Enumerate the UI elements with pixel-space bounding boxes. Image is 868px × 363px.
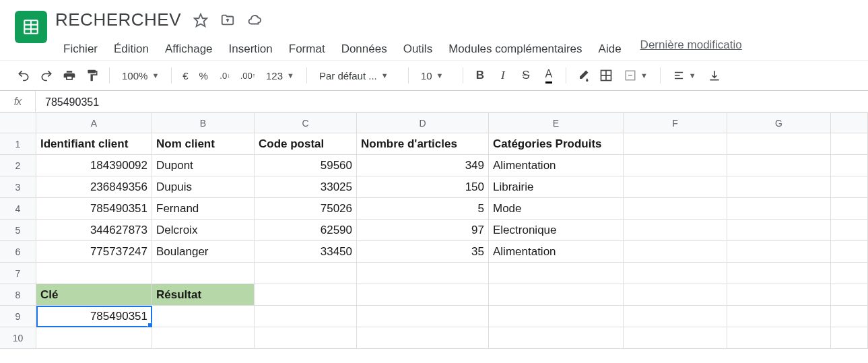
cell[interactable]: 62590 — [255, 220, 357, 241]
cell[interactable]: 35 — [357, 241, 489, 263]
col-header-b[interactable]: B — [152, 113, 255, 133]
decrease-decimal-icon[interactable]: .0↓ — [215, 65, 235, 86]
star-icon[interactable] — [193, 13, 208, 28]
row-header[interactable]: 9 — [0, 306, 36, 327]
cell[interactable]: Alimentation — [489, 155, 624, 176]
cell[interactable]: 150 — [357, 176, 489, 198]
cell[interactable] — [727, 327, 831, 349]
cell[interactable] — [831, 133, 868, 155]
cell[interactable]: 97 — [357, 220, 489, 241]
cell[interactable] — [624, 133, 727, 155]
row-header[interactable]: 10 — [0, 327, 36, 349]
cell[interactable] — [831, 176, 868, 198]
cell[interactable] — [831, 155, 868, 176]
cell[interactable] — [831, 284, 868, 306]
cell[interactable] — [152, 327, 255, 349]
cloud-status-icon[interactable] — [247, 13, 262, 28]
cell[interactable] — [357, 284, 489, 306]
cell[interactable]: Dupont — [152, 155, 255, 176]
menu-edit[interactable]: Édition — [106, 38, 157, 60]
move-folder-icon[interactable] — [220, 13, 235, 28]
row-header[interactable]: 1 — [0, 133, 36, 155]
cell[interactable]: Librairie — [489, 176, 624, 198]
cell[interactable] — [727, 220, 831, 241]
select-all-corner[interactable] — [0, 113, 36, 133]
cell[interactable]: 59560 — [255, 155, 357, 176]
undo-icon[interactable] — [13, 65, 34, 86]
cell[interactable]: Mode — [489, 198, 624, 220]
cell[interactable] — [624, 306, 727, 327]
cell[interactable]: 785490351 — [36, 198, 152, 220]
cell[interactable] — [727, 284, 831, 306]
h-align-select[interactable]: ▼ — [667, 69, 702, 81]
cell[interactable]: Nom client — [152, 133, 255, 155]
row-header[interactable]: 3 — [0, 176, 36, 198]
merge-cells-select[interactable]: ▼ — [619, 69, 653, 81]
cell[interactable] — [489, 284, 624, 306]
cell[interactable]: 5 — [357, 198, 489, 220]
text-color-icon[interactable]: A — [539, 65, 559, 86]
cell[interactable] — [831, 306, 868, 327]
cell[interactable] — [489, 327, 624, 349]
active-cell[interactable]: 785490351 — [36, 306, 152, 327]
cell[interactable]: 75026 — [255, 198, 357, 220]
col-header-d[interactable]: D — [357, 113, 489, 133]
row-header[interactable]: 4 — [0, 198, 36, 220]
cell[interactable] — [727, 176, 831, 198]
last-modified-link[interactable]: Dernière modificatio — [640, 38, 742, 60]
cell[interactable] — [831, 263, 868, 284]
row-header[interactable]: 2 — [0, 155, 36, 176]
formula-input[interactable]: 785490351 — [35, 91, 868, 113]
font-select[interactable]: Par défaut ...▼ — [314, 70, 401, 81]
spreadsheet-grid[interactable]: A B C D E F G 1 Identifiant client Nom c… — [0, 113, 868, 349]
sheets-logo[interactable] — [15, 11, 47, 43]
cell[interactable] — [36, 263, 152, 284]
font-size-select[interactable]: 10▼ — [415, 70, 456, 81]
cell[interactable] — [727, 263, 831, 284]
cell[interactable] — [727, 198, 831, 220]
menu-file[interactable]: Fichier — [55, 38, 106, 60]
cell[interactable]: Nombre d'articles — [357, 133, 489, 155]
row-header[interactable]: 8 — [0, 284, 36, 306]
cell[interactable] — [624, 220, 727, 241]
cell[interactable] — [489, 263, 624, 284]
row-header[interactable]: 5 — [0, 220, 36, 241]
cell[interactable]: Catégories Produits — [489, 133, 624, 155]
increase-decimal-icon[interactable]: .00↑ — [238, 65, 258, 86]
italic-icon[interactable]: I — [493, 65, 513, 86]
cell[interactable] — [727, 155, 831, 176]
cell[interactable]: Electronique — [489, 220, 624, 241]
cell[interactable] — [255, 284, 357, 306]
menu-data[interactable]: Données — [333, 38, 395, 60]
col-header-h[interactable] — [831, 113, 868, 133]
cell[interactable] — [489, 306, 624, 327]
cell[interactable]: 775737247 — [36, 241, 152, 263]
cell[interactable] — [357, 327, 489, 349]
cell[interactable] — [831, 241, 868, 263]
currency-button[interactable]: € — [178, 70, 192, 81]
cell[interactable] — [624, 241, 727, 263]
cell[interactable] — [624, 263, 727, 284]
cell[interactable]: Delcroix — [152, 220, 255, 241]
cell[interactable]: Code postal — [255, 133, 357, 155]
strikethrough-icon[interactable]: S — [516, 65, 536, 86]
percent-button[interactable]: % — [195, 70, 212, 81]
menu-help[interactable]: Aide — [591, 38, 630, 60]
cell[interactable] — [357, 306, 489, 327]
cell[interactable] — [727, 241, 831, 263]
cell[interactable]: Identifiant client — [36, 133, 152, 155]
menu-format[interactable]: Format — [281, 38, 333, 60]
cell[interactable] — [624, 327, 727, 349]
cell[interactable]: Dupuis — [152, 176, 255, 198]
cell[interactable]: 184390092 — [36, 155, 152, 176]
cell[interactable]: Résultat — [152, 284, 255, 306]
doc-title[interactable]: RECHERCHEV — [55, 9, 181, 30]
row-header[interactable]: 7 — [0, 263, 36, 284]
col-header-c[interactable]: C — [255, 113, 357, 133]
cell[interactable] — [152, 306, 255, 327]
cell[interactable] — [624, 284, 727, 306]
col-header-f[interactable]: F — [624, 113, 727, 133]
fill-color-icon[interactable] — [573, 65, 593, 86]
cell[interactable] — [152, 263, 255, 284]
menu-view[interactable]: Affichage — [157, 38, 221, 60]
